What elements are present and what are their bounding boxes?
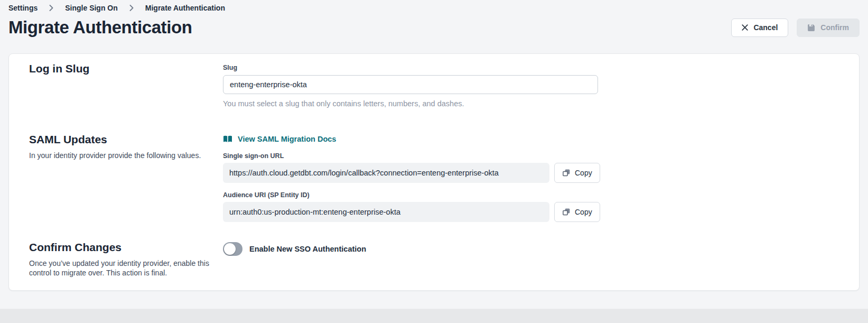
confirm-changes-description: Once you’ve updated your identity provid… bbox=[29, 259, 218, 278]
enable-sso-toggle[interactable] bbox=[223, 242, 242, 256]
confirm-button-label: Confirm bbox=[820, 23, 849, 32]
copy-sso-url-button[interactable]: Copy bbox=[554, 163, 600, 183]
login-slug-heading: Log in Slug bbox=[29, 62, 223, 75]
docs-link-label: View SAML Migration Docs bbox=[238, 135, 336, 143]
chevron-right-icon bbox=[129, 5, 134, 11]
confirm-button[interactable]: Confirm bbox=[797, 19, 860, 37]
toggle-knob bbox=[224, 243, 236, 255]
audience-uri-label: Audience URI (SP Entity ID) bbox=[223, 191, 839, 199]
sso-url-label: Single sign-on URL bbox=[223, 152, 839, 160]
view-saml-migration-docs-link[interactable]: View SAML Migration Docs bbox=[223, 135, 336, 143]
slug-label: Slug bbox=[223, 64, 237, 71]
breadcrumb: Settings Single Sign On Migrate Authenti… bbox=[8, 0, 860, 12]
breadcrumb-migrate-authentication: Migrate Authentication bbox=[145, 4, 225, 12]
chevron-right-icon bbox=[49, 5, 53, 11]
slug-helper-text: You must select a slug that only contain… bbox=[223, 99, 839, 108]
save-icon bbox=[807, 24, 815, 32]
copy-button-label: Copy bbox=[575, 169, 592, 177]
page: Settings Single Sign On Migrate Authenti… bbox=[0, 0, 868, 291]
copy-audience-uri-button[interactable]: Copy bbox=[554, 202, 600, 222]
cancel-button[interactable]: Cancel bbox=[731, 19, 788, 37]
copy-icon bbox=[562, 169, 571, 177]
saml-updates-description: In your identity provider provide the fo… bbox=[29, 151, 218, 160]
book-icon bbox=[223, 135, 232, 143]
section-saml-updates: SAML Updates In your identity provider p… bbox=[29, 133, 839, 222]
breadcrumb-single-sign-on[interactable]: Single Sign On bbox=[65, 4, 118, 12]
audience-uri-value: urn:auth0:us-production-mt:enteng-enterp… bbox=[223, 202, 549, 222]
section-login-slug: Log in Slug Slug You must select a slug … bbox=[29, 62, 839, 108]
breadcrumb-settings[interactable]: Settings bbox=[8, 4, 38, 12]
saml-updates-heading: SAML Updates bbox=[29, 133, 223, 146]
section-confirm-changes: Confirm Changes Once you’ve updated your… bbox=[29, 241, 839, 278]
page-title: Migrate Authentication bbox=[8, 17, 192, 38]
copy-icon bbox=[562, 208, 571, 216]
footer-background bbox=[0, 309, 868, 323]
sso-url-value: https://auth.cloud.getdbt.com/login/call… bbox=[223, 163, 549, 183]
enable-sso-toggle-label: Enable New SSO Authentication bbox=[249, 245, 366, 253]
page-header: Migrate Authentication Cancel Confirm bbox=[8, 17, 860, 38]
slug-input[interactable] bbox=[223, 75, 598, 94]
cancel-button-label: Cancel bbox=[753, 23, 778, 32]
copy-button-label: Copy bbox=[575, 208, 592, 216]
confirm-changes-heading: Confirm Changes bbox=[29, 241, 223, 254]
header-actions: Cancel Confirm bbox=[731, 19, 860, 37]
migrate-authentication-card: Log in Slug Slug You must select a slug … bbox=[8, 53, 860, 291]
close-icon bbox=[742, 24, 748, 31]
